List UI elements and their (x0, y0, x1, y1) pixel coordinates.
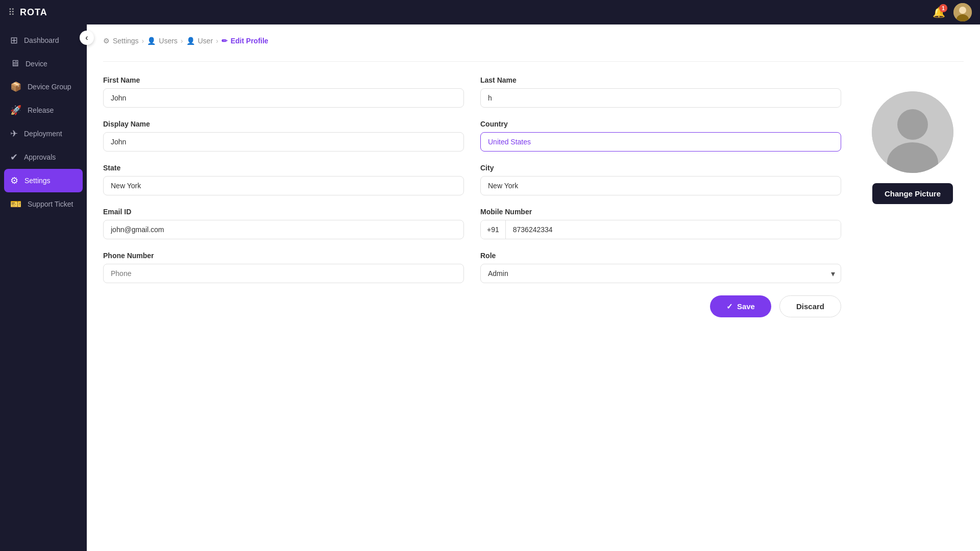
settings-icon: ⚙ (10, 175, 18, 186)
display-name-label: Display Name (103, 120, 464, 128)
display-name-group: Display Name (103, 120, 464, 152)
device-icon: 🖥 (10, 58, 19, 69)
form-fields: First Name Last Name Display Name Countr… (103, 76, 841, 317)
sidebar-item-dashboard-label: Dashboard (24, 36, 59, 44)
topbar: ⠿ ROTA 🔔 1 (0, 0, 980, 24)
change-picture-button[interactable]: Change Picture (872, 183, 953, 204)
role-label: Role (480, 252, 841, 260)
sidebar-item-release-label: Release (28, 106, 54, 114)
last-name-label: Last Name (480, 76, 841, 84)
sidebar-item-deployment[interactable]: ✈ Deployment (0, 122, 87, 145)
sidebar-item-support-ticket[interactable]: 🎫 Support Ticket (0, 192, 87, 216)
svg-point-4 (897, 109, 928, 140)
notification-bell[interactable]: 🔔 1 (933, 6, 945, 18)
first-name-input[interactable] (103, 88, 464, 108)
sidebar-item-device-group[interactable]: 📦 Device Group (0, 75, 87, 98)
form-row-phone-role: Phone Number Role Admin User Viewer ▾ (103, 252, 841, 283)
dashboard-icon: ⊞ (10, 35, 18, 46)
breadcrumb-divider (103, 61, 964, 62)
first-name-label: First Name (103, 76, 464, 84)
mobile-group: Mobile Number +91 (480, 208, 841, 239)
edit-profile-breadcrumb-icon: ✏ (222, 37, 228, 45)
device-group-icon: 📦 (10, 81, 21, 92)
breadcrumb-settings-label: Settings (113, 37, 139, 45)
topbar-left: ⠿ ROTA (8, 7, 47, 18)
discard-label: Discard (796, 302, 824, 311)
users-breadcrumb-icon: 👤 (147, 37, 156, 45)
sidebar-item-approvals-label: Approvals (24, 153, 56, 161)
save-label: Save (737, 302, 755, 311)
state-group: State (103, 164, 464, 195)
phone-input[interactable] (103, 264, 464, 283)
profile-section: Change Picture (862, 76, 964, 317)
profile-avatar (872, 91, 953, 173)
city-group: City (480, 164, 841, 195)
state-label: State (103, 164, 464, 172)
form-row-display-country: Display Name Country (103, 120, 841, 152)
country-label: Country (480, 120, 841, 128)
grid-icon[interactable]: ⠿ (8, 7, 15, 18)
breadcrumb: ⚙ Settings › 👤 Users › 👤 User › ✏ Edit P… (103, 37, 964, 45)
country-input[interactable] (480, 132, 841, 152)
email-group: Email ID (103, 208, 464, 239)
role-select-wrapper: Admin User Viewer ▾ (480, 264, 841, 283)
mobile-row: +91 (480, 220, 841, 239)
sidebar-item-deployment-label: Deployment (24, 130, 62, 138)
change-picture-label: Change Picture (885, 189, 941, 198)
mobile-number-input[interactable] (506, 220, 841, 239)
sidebar-item-dashboard[interactable]: ⊞ Dashboard (0, 29, 87, 52)
display-name-input[interactable] (103, 132, 464, 152)
phone-group: Phone Number (103, 252, 464, 283)
email-label: Email ID (103, 208, 464, 216)
topbar-right: 🔔 1 (933, 3, 972, 21)
release-icon: 🚀 (10, 105, 21, 116)
sidebar-toggle[interactable]: ‹ (80, 31, 94, 45)
breadcrumb-sep-1: › (142, 37, 144, 45)
sidebar-item-device[interactable]: 🖥 Device (0, 52, 87, 75)
notification-badge: 1 (939, 4, 947, 12)
main-content: ⚙ Settings › 👤 Users › 👤 User › ✏ Edit P… (87, 24, 980, 551)
breadcrumb-edit-profile[interactable]: ✏ Edit Profile (222, 37, 268, 45)
city-input[interactable] (480, 176, 841, 195)
country-group: Country (480, 120, 841, 152)
role-select[interactable]: Admin User Viewer (480, 264, 841, 283)
sidebar-item-device-group-label: Device Group (28, 83, 71, 91)
form-row-name: First Name Last Name (103, 76, 841, 108)
form-container: First Name Last Name Display Name Countr… (103, 76, 964, 317)
approvals-icon: ✔ (10, 152, 18, 163)
first-name-group: First Name (103, 76, 464, 108)
email-input[interactable] (103, 220, 464, 239)
sidebar-item-approvals[interactable]: ✔ Approvals (0, 145, 87, 169)
sidebar-item-release[interactable]: 🚀 Release (0, 98, 87, 122)
save-button[interactable]: ✓ Save (710, 295, 771, 317)
app-title: ROTA (20, 7, 47, 18)
last-name-input[interactable] (480, 88, 841, 108)
mobile-prefix: +91 (481, 220, 506, 239)
breadcrumb-settings[interactable]: ⚙ Settings (103, 37, 139, 45)
breadcrumb-user[interactable]: 👤 User (186, 37, 213, 45)
city-label: City (480, 164, 841, 172)
role-group: Role Admin User Viewer ▾ (480, 252, 841, 283)
sidebar-item-device-label: Device (26, 60, 47, 68)
user-avatar[interactable] (953, 3, 972, 21)
state-input[interactable] (103, 176, 464, 195)
breadcrumb-sep-2: › (181, 37, 183, 45)
breadcrumb-sep-3: › (216, 37, 218, 45)
breadcrumb-edit-profile-label: Edit Profile (231, 37, 268, 45)
discard-button[interactable]: Discard (779, 295, 841, 317)
settings-breadcrumb-icon: ⚙ (103, 37, 110, 45)
user-breadcrumb-icon: 👤 (186, 37, 195, 45)
deployment-icon: ✈ (10, 128, 18, 139)
sidebar-item-settings-label: Settings (24, 177, 51, 185)
phone-label: Phone Number (103, 252, 464, 260)
breadcrumb-users[interactable]: 👤 Users (147, 37, 178, 45)
form-row-state-city: State City (103, 164, 841, 195)
support-ticket-icon: 🎫 (10, 198, 21, 210)
action-row: ✓ Save Discard (103, 295, 841, 317)
breadcrumb-users-label: Users (159, 37, 178, 45)
last-name-group: Last Name (480, 76, 841, 108)
sidebar-item-support-ticket-label: Support Ticket (28, 200, 74, 208)
mobile-label: Mobile Number (480, 208, 841, 216)
sidebar-item-settings[interactable]: ⚙ Settings (4, 169, 83, 192)
breadcrumb-user-label: User (198, 37, 213, 45)
